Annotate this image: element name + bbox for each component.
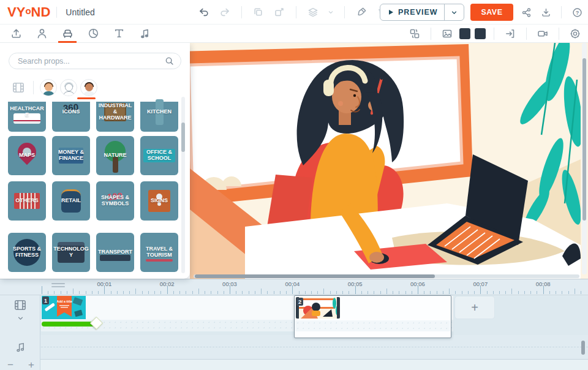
- project-title[interactable]: Untitled: [66, 7, 94, 17]
- ruler-tick: [255, 291, 255, 294]
- enter-scene-icon[interactable]: [502, 26, 518, 42]
- canvas-vscrollbar-thumb[interactable]: [582, 58, 586, 221]
- preview-dropdown-chevron-icon[interactable]: [445, 9, 464, 17]
- prop-category-healthcare[interactable]: HEALTHCARE: [8, 92, 46, 132]
- canvas-area: [190, 43, 588, 279]
- ruler-tick: [305, 291, 306, 294]
- ruler-time-label: 00:02: [160, 281, 175, 287]
- chart-tool-icon[interactable]: [85, 25, 102, 42]
- prop-category-shapes-symbols[interactable]: 100SHAPES & SYMBOLS: [96, 181, 134, 221]
- save-button[interactable]: SAVE: [470, 4, 513, 21]
- prop-category-sports-fitness[interactable]: SPORTS & FITNESS: [8, 233, 46, 272]
- copy-icon[interactable]: [251, 4, 266, 20]
- ruler-tick: [61, 291, 61, 294]
- divider: [41, 347, 588, 347]
- camera-icon[interactable]: [535, 26, 551, 42]
- background-image-icon[interactable]: [439, 26, 455, 42]
- ruler-tick: [405, 291, 406, 294]
- prop-category-label: TECHNOLOGY: [52, 233, 90, 272]
- scene-1-clip[interactable]: 1 Add a title: [42, 296, 86, 319]
- ruler-tick: [581, 291, 581, 294]
- timeline-drag-handle[interactable]: [51, 283, 65, 289]
- timeline-ruler[interactable]: 00:0100:0200:0300:0400:0500:0600:0700:08: [0, 279, 588, 295]
- ruler-tick: [562, 291, 562, 294]
- scene-2-thumbnail[interactable]: 2: [296, 297, 340, 319]
- search-icon[interactable]: [164, 56, 175, 66]
- ruler-tick: [280, 291, 281, 294]
- prop-category-transport[interactable]: TRANSPORT: [96, 233, 134, 272]
- panel-scrollbar[interactable]: [181, 97, 185, 273]
- preview-button[interactable]: PREVIEW: [380, 4, 464, 21]
- settings-gear-icon[interactable]: [567, 26, 583, 42]
- ruler-tick: [111, 291, 111, 294]
- canvas-vscrollbar[interactable]: [582, 43, 587, 274]
- layers-chevron-icon[interactable]: [326, 4, 336, 20]
- share-icon[interactable]: [518, 4, 534, 20]
- download-icon[interactable]: [538, 4, 554, 20]
- prop-category-icons[interactable]: 360ICONS: [52, 92, 90, 132]
- prop-category-label: TRANSPORT: [96, 233, 134, 272]
- prop-category-office-school[interactable]: OFFICE & SCHOOL: [140, 136, 178, 175]
- ruler-time-label: 00:01: [97, 281, 111, 287]
- scene-2-clip-selected[interactable]: 2: [294, 295, 451, 338]
- character-tool-icon[interactable]: [33, 25, 50, 42]
- ruler-tick: [249, 291, 249, 294]
- help-icon[interactable]: ?: [569, 4, 585, 20]
- svg-text:?: ?: [575, 9, 578, 15]
- zoom-in-button[interactable]: +: [24, 360, 38, 370]
- timeline-vscrollbar-thumb[interactable]: [581, 341, 585, 355]
- audio-tool-icon[interactable]: [136, 25, 153, 42]
- timeline-zoom-controls: − +: [4, 360, 38, 370]
- prop-category-maps[interactable]: MAPS: [8, 136, 46, 175]
- ruler-tick: [499, 291, 500, 294]
- ruler-tick: [575, 289, 575, 294]
- scene-1-duration-bar[interactable]: [42, 322, 97, 327]
- ruler-time-label: 00:05: [348, 281, 363, 287]
- video-track-icon[interactable]: [13, 298, 28, 312]
- divider: [56, 7, 57, 18]
- color-swatch-1[interactable]: [459, 28, 470, 39]
- ruler-tick: [286, 291, 287, 294]
- ruler-tick: [192, 291, 193, 294]
- ruler-tick: [505, 291, 506, 294]
- asset-tools: [7, 25, 153, 42]
- add-scene-button[interactable]: +: [454, 296, 495, 319]
- redo-icon[interactable]: [217, 4, 233, 20]
- audio-track-icon[interactable]: [14, 341, 27, 353]
- divider: [561, 6, 562, 18]
- canvas-hscrollbar[interactable]: [194, 274, 579, 278]
- ruler-tick: [160, 291, 161, 294]
- props-tool-icon[interactable]: [59, 25, 76, 42]
- canvas-stage[interactable]: [190, 43, 581, 279]
- upload-tool-icon[interactable]: [7, 25, 24, 42]
- prop-category-travel-tourism[interactable]: TRAVEL & TOURISM: [140, 233, 178, 272]
- prop-category-kitchen[interactable]: KITCHEN: [140, 92, 178, 132]
- ruler-time-label: 00:07: [473, 281, 488, 287]
- prop-category-industrial-hardware[interactable]: INDUSTRIAL & HARDWARE: [96, 92, 134, 132]
- ruler-time-label: 00:06: [410, 281, 425, 287]
- paste-icon[interactable]: [271, 4, 287, 20]
- prop-category-technology[interactable]: TECHNOLOGY: [52, 233, 90, 272]
- ruler-tick: [242, 291, 243, 294]
- search-input[interactable]: [9, 57, 164, 66]
- prop-category-nature[interactable]: NATURE: [96, 136, 134, 175]
- swap-layout-icon[interactable]: [407, 26, 423, 42]
- prop-category-retail[interactable]: RETAIL: [52, 181, 90, 221]
- vyond-logo[interactable]: VYoND: [7, 6, 50, 19]
- color-swatch-2[interactable]: [475, 28, 486, 39]
- prop-category-others[interactable]: OTHERS: [8, 181, 46, 221]
- layers-icon[interactable]: [305, 4, 321, 20]
- zoom-out-button[interactable]: −: [4, 360, 17, 370]
- canvas-hscrollbar-thumb[interactable]: [195, 274, 435, 278]
- timeline-footer: [0, 360, 588, 370]
- clip-trim-handle-right[interactable]: [337, 297, 340, 319]
- prop-category-signs[interactable]: SIGNS: [140, 181, 178, 221]
- ruler-tick: [380, 291, 381, 294]
- ruler-tick: [311, 291, 312, 294]
- clean-brush-icon[interactable]: [353, 4, 369, 20]
- undo-icon[interactable]: [196, 4, 212, 20]
- text-tool-icon[interactable]: [110, 25, 127, 42]
- panel-scrollbar-thumb[interactable]: [181, 123, 185, 152]
- prop-category-money-finance[interactable]: MONEY & FINANCE: [52, 136, 90, 175]
- collapse-track-chevron-icon[interactable]: [17, 314, 24, 322]
